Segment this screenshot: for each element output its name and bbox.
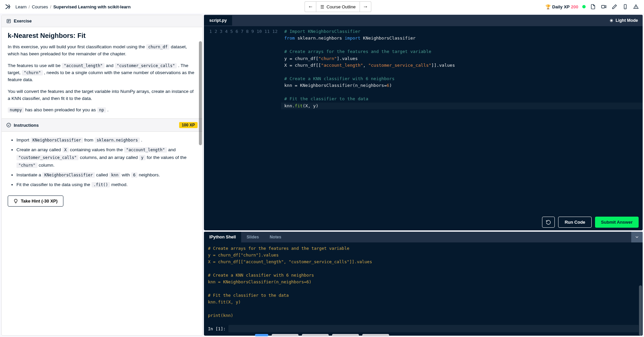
console-collapse-button[interactable] [631,232,643,242]
light-mode-label: Light Mode [615,18,638,23]
left-panel: Exercise k-Nearest Neighbors: Fit In thi… [1,15,203,336]
breadcrumb-courses[interactable]: Courses [32,4,48,9]
exercise-header-label: Exercise [14,18,32,23]
right-panel: script.py ☀ Light Mode 1 2 3 4 5 6 7 8 9… [204,15,643,336]
editor-pane: script.py ☀ Light Mode 1 2 3 4 5 6 7 8 9… [204,15,643,230]
prev-button[interactable]: ← [305,1,316,12]
breadcrumb-sep: / [29,4,30,9]
breadcrumb: Learn / Courses / Supervised Learning wi… [15,4,130,9]
lightbulb-icon [13,199,18,204]
progress-pill[interactable] [255,334,268,336]
progress-pills [255,334,389,337]
breadcrumb-sep: / [50,4,51,9]
status-dot-icon [582,5,586,8]
console-tab-slides[interactable]: Slides [241,232,264,242]
prompt-label: In [1]: [208,326,226,331]
editor-tab-script[interactable]: script.py [204,15,232,25]
outline-label: Course Outline [326,4,356,9]
progress-pill[interactable] [302,334,329,336]
svg-rect-1 [624,4,627,9]
exercise-p3: You will convert the features and the ta… [8,88,196,102]
trophy-icon: 🏆 [545,4,551,9]
logo-icon [5,3,12,10]
console-output: # Create arrays for the features and the… [204,242,643,324]
xp-badge: 100 XP [179,122,198,128]
console-tab-notes[interactable]: Notes [264,232,287,242]
warning-icon[interactable] [633,3,639,10]
top-bar: Learn / Courses / Supervised Learning wi… [0,0,644,13]
daily-xp-value: 200 [571,4,578,9]
code-churn-df: churn_df [146,44,170,50]
exercise-content: k-Nearest Neighbors: Fit In this exercis… [2,27,202,335]
scrollbar[interactable] [199,41,202,229]
console-pane: IPython Shell Slides Notes # Create arra… [204,232,643,336]
next-button[interactable]: → [360,1,371,12]
exercise-p2: The features to use will be "account_len… [8,62,196,83]
hint-label: Take Hint (-30 XP) [21,199,58,204]
instructions-label: Instructions [14,123,39,128]
breadcrumb-current: Supervised Learning with scikit-learn [53,4,130,9]
edit-icon[interactable] [611,3,618,10]
daily-xp-label: Daily XP [552,4,570,9]
run-code-button[interactable]: Run Code [558,217,591,228]
exercise-p4: numpy has also been preloaded for you as… [8,107,196,114]
code-lines[interactable]: # Import KNeighborsClassifier from sklea… [281,26,643,214]
exercise-header: Exercise [2,15,202,27]
top-left: Learn / Courses / Supervised Learning wi… [5,3,130,10]
take-hint-button[interactable]: Take Hint (-30 XP) [8,195,63,207]
sun-icon: ☀ [609,18,613,23]
light-mode-button[interactable]: ☀ Light Mode [605,18,643,23]
progress-pill[interactable] [272,334,299,336]
reset-button[interactable] [542,217,555,228]
breadcrumb-learn[interactable]: Learn [15,4,26,9]
line-gutter: 1 2 3 4 5 6 7 8 9 10 11 12 [204,26,281,214]
instruction-item: Create an array called X containing valu… [16,146,196,169]
hamburger-icon: ☰ [320,4,324,9]
editor-actions: Run Code Submit Answer [204,214,643,230]
svg-point-4 [636,8,636,8]
top-right: 🏆 Daily XP 200 [545,3,639,10]
document-icon[interactable] [590,3,596,10]
exercise-icon [6,19,11,23]
editor-tabs: script.py ☀ Light Mode [204,15,643,26]
instruction-item: Import KNeighborsClassifier from sklearn… [16,136,196,144]
console-tab-shell[interactable]: IPython Shell [204,232,241,242]
video-icon[interactable] [600,3,607,10]
course-outline-button[interactable]: ☰ Course Outline [316,1,360,12]
main-container: Exercise k-Nearest Neighbors: Fit In thi… [0,13,644,337]
console-scrollbar[interactable] [639,242,642,336]
svg-point-9 [7,123,11,127]
progress-pill[interactable] [362,334,389,336]
daily-xp: 🏆 Daily XP 200 [545,4,578,9]
instruction-item: Fit the classifier to the data using the… [16,181,196,189]
check-circle-icon [6,123,11,127]
mobile-icon[interactable] [622,3,629,10]
exercise-p1: In this exercise, you will build your fi… [8,44,196,58]
instruction-list: Import KNeighborsClassifier from sklearn… [8,136,196,189]
instruction-item: Instantiate a KNeighborsClassifier calle… [16,171,196,179]
console-input[interactable] [228,325,639,332]
code-editor[interactable]: 1 2 3 4 5 6 7 8 9 10 11 12 # Import KNei… [204,26,643,214]
submit-answer-button[interactable]: Submit Answer [595,217,639,228]
progress-pill[interactable] [332,334,359,336]
instructions-header: Instructions 100 XP [2,118,202,132]
console-tabs: IPython Shell Slides Notes [204,232,643,242]
top-center-nav: ← ☰ Course Outline → [305,1,371,12]
exercise-title: k-Nearest Neighbors: Fit [8,32,196,40]
svg-rect-0 [601,5,604,8]
